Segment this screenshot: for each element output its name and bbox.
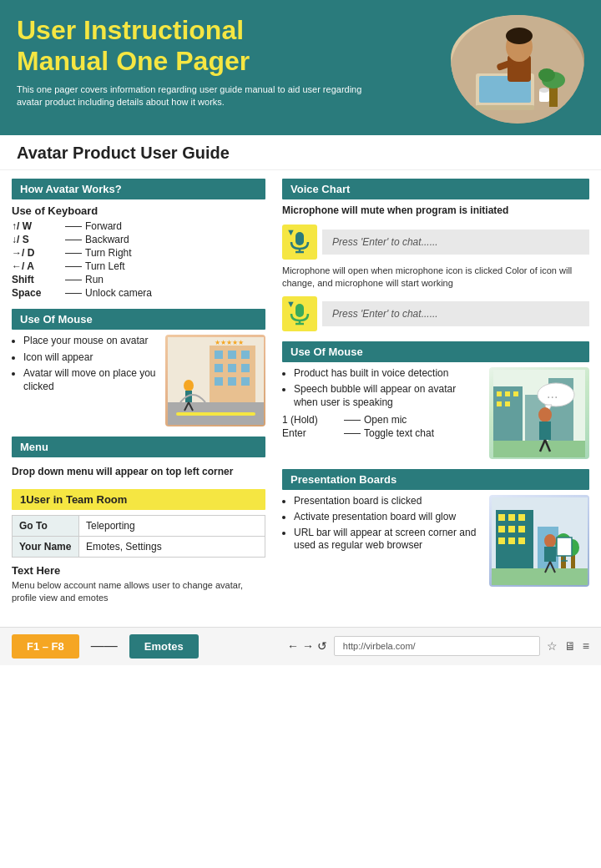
key-desc-forward: Forward xyxy=(85,220,122,232)
svg-point-10 xyxy=(538,68,555,82)
mouse-section-left: Use Of Mouse Place your mouse on avatar … xyxy=(12,309,265,426)
svg-rect-42 xyxy=(505,391,510,396)
svg-rect-61 xyxy=(518,526,525,532)
voice-chart-heading: Voice Chart xyxy=(282,179,589,199)
mouse-list-left: Place your mouse on avatar Icon will app… xyxy=(12,335,159,396)
presentation-illustration xyxy=(489,495,589,587)
pres-item-1: Presentation board is clicked xyxy=(294,495,482,508)
menu-section: Menu Drop down menu will appear on top l… xyxy=(12,437,265,479)
key-dash xyxy=(65,226,82,227)
key-desc-run: Run xyxy=(85,274,104,285)
url-bar[interactable]: http://virbela.com/ xyxy=(334,636,540,656)
svg-rect-2 xyxy=(476,105,534,110)
svg-rect-24 xyxy=(228,377,236,386)
city-scene-svg xyxy=(492,497,588,585)
svg-point-27 xyxy=(184,380,194,391)
main-title: Avatar Product User Guide xyxy=(17,144,584,163)
table-row-goto: Go To Teleporting xyxy=(13,516,265,537)
key-row-shift: Shift Run xyxy=(12,274,265,285)
svg-rect-31 xyxy=(295,232,304,245)
key-row-space: Space Unlock camera xyxy=(12,287,265,299)
svg-rect-41 xyxy=(497,391,502,396)
key-dash xyxy=(65,280,82,280)
mouse-left-illustration: ★★★★★ xyxy=(165,335,265,426)
key-sym-space: Space xyxy=(12,287,62,299)
goto-label: Go To xyxy=(13,516,79,537)
key-sym-a: ←/ A xyxy=(12,260,62,272)
mic-icon-1: ▼ xyxy=(282,225,317,260)
key-dash xyxy=(65,293,82,294)
how-avatar-section: How Avatar Works? Use of Keyboard ↑/ W F… xyxy=(12,179,265,299)
mic-row-1: ▼ Press 'Enter' to chat...... xyxy=(282,225,589,260)
shortcut-desc-2: Toggle text chat xyxy=(364,427,434,439)
svg-rect-58 xyxy=(518,514,525,521)
header-photo xyxy=(451,15,584,124)
mouse-right-item-1: Product has built in voice detection xyxy=(294,367,482,381)
building-scene-svg: ★★★★★ xyxy=(168,337,264,425)
mouse-right-list: Product has built in voice detection Spe… xyxy=(282,367,482,409)
how-avatar-heading: How Avatar Works? xyxy=(12,179,265,199)
key-desc-backward: Backward xyxy=(85,234,129,245)
mouse-right-heading: Use Of Mouse xyxy=(282,341,589,362)
mouse-item-3: Avatar will move on place you clicked xyxy=(23,367,159,393)
text-here-section: Text Here Menu below account name allows… xyxy=(12,564,265,605)
svg-rect-56 xyxy=(498,514,505,521)
svg-point-12 xyxy=(539,88,549,93)
content-area: How Avatar Works? Use of Keyboard ↑/ W F… xyxy=(0,170,601,623)
mouse-right-left: Product has built in voice detection Spe… xyxy=(282,367,482,441)
mic-row-2: ▼ Press 'Enter' to chat...... xyxy=(282,296,589,331)
svg-rect-75 xyxy=(557,537,572,556)
svg-rect-62 xyxy=(498,537,505,544)
presentation-section: Presentation Boards Presentation board i… xyxy=(282,469,589,587)
name-value: Emotes, Settings xyxy=(79,537,265,558)
shortcut-key-1: 1 (Hold) xyxy=(282,414,341,426)
svg-rect-57 xyxy=(508,514,515,521)
menu-heading: Menu xyxy=(12,437,265,457)
star-icon[interactable]: ☆ xyxy=(547,639,558,653)
svg-rect-64 xyxy=(518,537,525,544)
presentation-heading: Presentation Boards xyxy=(282,469,589,490)
header: User InstructionalManual One Pager This … xyxy=(0,0,601,135)
key-dash xyxy=(65,266,82,267)
shortcut-dash-1 xyxy=(344,420,361,421)
key-sym-shift: Shift xyxy=(12,274,62,285)
svg-rect-72 xyxy=(544,547,556,562)
svg-rect-63 xyxy=(508,537,515,544)
bottom-left: F1 – F8 —— Emotes xyxy=(12,634,287,659)
key-row-left: ←/ A Turn Left xyxy=(12,260,265,272)
key-desc-camera: Unlock camera xyxy=(85,287,152,299)
bottom-bar: F1 – F8 —— Emotes ← → ↺ http://virbela.c… xyxy=(0,627,601,665)
menu-icon[interactable]: ≡ xyxy=(583,639,589,653)
svg-rect-51 xyxy=(539,421,551,440)
emotes-button[interactable]: Emotes xyxy=(129,634,199,659)
svg-rect-15 xyxy=(176,412,255,416)
mouse-right-section: Use Of Mouse Product has built in voice … xyxy=(282,341,589,459)
svg-rect-25 xyxy=(241,377,250,386)
svg-rect-18 xyxy=(228,351,236,359)
monitor-icon[interactable]: 🖥 xyxy=(564,639,576,653)
svg-rect-60 xyxy=(508,526,515,532)
mic-label-2: Press 'Enter' to chat...... xyxy=(322,301,589,326)
voice-note: Microphone will open when microphone ico… xyxy=(282,265,589,290)
person-illustration xyxy=(451,15,584,124)
team-table: Go To Teleporting Your Name Emotes, Sett… xyxy=(12,515,265,558)
header-subtitle: This one pager covers information regard… xyxy=(17,83,367,109)
voice-chart-section: Voice Chart Microphone will mute when pr… xyxy=(282,179,589,331)
f1-f8-button[interactable]: F1 – F8 xyxy=(12,634,79,659)
mic-icon-2: ▼ xyxy=(282,296,317,331)
svg-text:...: ... xyxy=(547,386,558,401)
key-dash xyxy=(65,253,82,254)
mouse-right-content: Product has built in voice detection Spe… xyxy=(282,367,589,459)
left-column: How Avatar Works? Use of Keyboard ↑/ W F… xyxy=(0,170,275,623)
shortcut-row-1: 1 (Hold) Open mic xyxy=(282,414,482,426)
nav-arrows[interactable]: ← → ↺ xyxy=(287,639,327,653)
svg-rect-17 xyxy=(215,351,223,359)
name-label: Your Name xyxy=(13,537,79,558)
svg-point-71 xyxy=(544,534,556,548)
bottom-dash: —— xyxy=(91,638,118,654)
mic-arrow-icon: ▼ xyxy=(286,227,295,237)
text-here-title: Text Here xyxy=(12,564,265,577)
svg-rect-43 xyxy=(513,391,518,396)
svg-rect-34 xyxy=(295,304,304,317)
mouse-right-illustration: ... xyxy=(489,367,589,459)
